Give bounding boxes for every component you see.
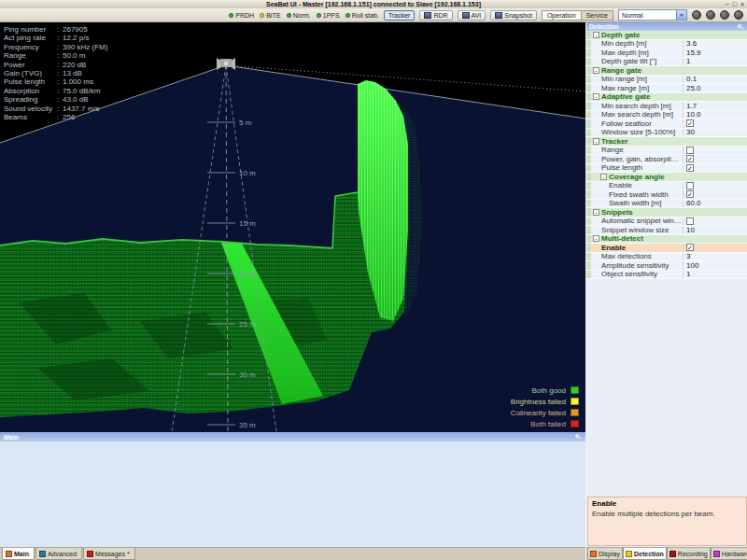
property-label: Fixed swath width [609,190,683,199]
property-row-depth-gate[interactable]: -Depth gate [586,31,747,40]
close-icon[interactable]: × [740,0,744,8]
property-row-max-depth-m-[interactable]: Max depth [m]15.9 [586,49,747,58]
property-row-fixed-swath-width[interactable]: Fixed swath width✓ [586,190,747,200]
property-row-enable[interactable]: Enable✓ [586,244,747,253]
depth-tick-label: 35 m [239,421,256,429]
collapse-icon[interactable]: - [593,138,599,145]
mode-operation-tab[interactable]: Operation [543,11,582,20]
checkbox[interactable] [686,147,694,154]
toolbar-circle-icon-1[interactable] [692,10,701,20]
property-value[interactable]: 15.9 [683,49,747,57]
property-row-range-gate[interactable]: -Range gate [586,66,747,76]
property-value[interactable]: 3 [683,253,747,261]
property-value[interactable]: ✓ [683,155,747,163]
collapse-icon[interactable]: - [600,174,607,180]
mode-switch: Operation Service [542,10,613,21]
property-value[interactable]: 10.0 [683,111,747,119]
property-value[interactable]: 3.6 [683,40,747,49]
collapse-icon[interactable]: - [593,67,599,74]
property-row-snippet-window-size[interactable]: Snippet window size10 [586,226,747,235]
legend-label: Brightness failed [511,398,566,406]
tab-recording[interactable]: Recording [667,548,711,560]
property-row-adaptive-gate[interactable]: -Adaptive gate [586,93,747,103]
collapse-icon[interactable]: - [593,235,599,242]
property-row-max-range-m-[interactable]: Max range [m]25.0 [586,84,747,93]
restore-icon[interactable]: □ [733,0,737,8]
property-row-snippets[interactable]: -Snippets [586,208,747,217]
property-value[interactable] [683,182,747,190]
property-row-power-gain-absorption-and-[interactable]: Power, gain, absorption, and ...✓ [586,155,747,164]
property-value[interactable]: 10 [683,226,747,234]
property-row-object-sensitivity[interactable]: Object sensitivity1 [586,271,747,280]
checkbox[interactable]: ✓ [686,119,694,127]
checkbox[interactable]: ✓ [686,244,694,251]
status-dot-icon [287,13,291,18]
property-row-multi-detect[interactable]: -Multi-detect [586,235,747,245]
property-value[interactable]: 30 [683,129,747,137]
property-row-window-size-5-100-[interactable]: Window size [5-100%]30 [586,129,747,138]
property-value[interactable]: 1 [683,58,747,66]
checkbox[interactable]: ✓ [686,164,694,172]
detection-icon [626,551,632,557]
collapse-icon[interactable]: - [593,32,599,38]
property-value[interactable]: 100 [683,261,747,270]
property-row-min-depth-m-[interactable]: Min depth [m]3.6 [586,40,747,49]
main-panel-titlebar[interactable]: Main [0,432,585,441]
property-row-amplitude-sensitivity[interactable]: Amplitude sensitivity100 [586,261,747,271]
checkbox[interactable]: ✓ [686,190,694,198]
toolbar-circle-icon-3[interactable] [720,10,729,20]
property-row-follow-seafloor[interactable]: Follow seafloor✓ [586,119,747,129]
detection-panel-header[interactable]: Detection [586,22,747,31]
property-row-max-detections[interactable]: Max detections3 [586,253,747,262]
avi-button[interactable]: AVI [458,10,486,21]
toolbar-circle-icon-4[interactable] [734,10,743,20]
property-value[interactable]: 1 [683,271,747,279]
checkbox[interactable] [686,182,694,189]
property-row-tracker[interactable]: -Tracker [586,137,747,147]
property-value[interactable]: ✓ [683,164,747,173]
checkbox[interactable]: ✓ [686,155,694,162]
tab-main[interactable]: Main [2,548,35,560]
property-row-depth-gate-tilt-[interactable]: Depth gate tilt [°]1 [586,58,747,67]
tab-hardware[interactable]: Hardware [711,548,747,560]
property-row-automatic-snippet-window[interactable]: Automatic snippet window [586,217,747,227]
property-row-min-search-depth-m-[interactable]: Min search depth [m]1.7 [586,102,747,111]
mode-service-tab[interactable]: Service [582,11,613,20]
chevron-down-icon[interactable]: ▼ [676,10,686,20]
tab-advanced[interactable]: Advanced [35,548,82,560]
tab-display[interactable]: Display [587,548,623,560]
tracker-toggle-button[interactable]: Tracker [384,10,415,21]
property-value[interactable]: 0.1 [683,76,747,84]
status-label: Norm. [293,12,311,19]
property-label: Max range [m] [601,84,683,92]
property-value[interactable]: 60.0 [683,200,747,208]
property-row-enable[interactable]: Enable [586,182,747,191]
pin-icon[interactable] [737,23,744,31]
property-row-swath-width-m-[interactable]: Swath width [m]60.0 [586,200,747,209]
collapse-icon[interactable]: - [593,93,599,100]
toolbar-circle-icon-2[interactable] [706,10,715,20]
info-value: 43.0 dB [63,95,89,104]
rdr-button[interactable]: RDR [419,10,452,21]
property-value[interactable]: ✓ [683,244,747,252]
checkbox[interactable] [686,217,694,225]
property-value[interactable]: ✓ [683,190,747,199]
property-row-coverage-angle[interactable]: -Coverage angle [586,173,747,182]
property-value[interactable]: 25.0 [683,84,747,92]
property-row-range[interactable]: Range [586,147,747,156]
pin-icon[interactable] [574,433,582,441]
property-row-min-range-m-[interactable]: Min range [m]0.1 [586,76,747,85]
wedge-view[interactable]: 5 m10 m15 m20 m25 m30 m35 m Ping number:… [0,22,585,432]
tab-detection[interactable]: Detection [623,548,667,560]
property-value[interactable] [683,147,747,155]
minimize-icon[interactable]: − [726,0,729,8]
collapse-icon[interactable]: - [593,209,599,216]
property-value[interactable]: ✓ [683,119,747,128]
property-row-pulse-length[interactable]: Pulse length✓ [586,164,747,174]
property-value[interactable]: 1.7 [683,102,747,110]
tab-messages-[interactable]: Messages * [83,548,135,560]
property-value[interactable] [683,217,747,226]
snapshot-button[interactable]: Snapshot [490,10,537,21]
profile-select[interactable]: Normal ▼ [618,9,687,21]
property-row-max-search-depth-m-[interactable]: Max search depth [m]10.0 [586,111,747,120]
